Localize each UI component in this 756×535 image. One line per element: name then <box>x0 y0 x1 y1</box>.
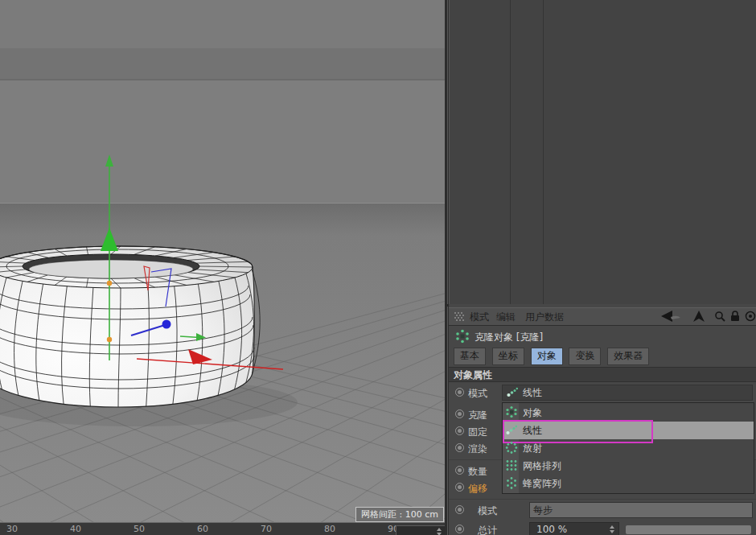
row-step-mode: 模式 每步 <box>449 502 756 519</box>
search-icon[interactable] <box>714 311 725 324</box>
radial-icon <box>505 441 518 456</box>
timeline-tick: 50 <box>134 525 145 534</box>
row-label: 克隆 <box>468 409 487 422</box>
linear-icon <box>505 423 518 438</box>
animation-toggle[interactable] <box>455 505 464 514</box>
panel-column-divider <box>510 0 511 304</box>
lock-icon[interactable] <box>730 311 740 324</box>
dropdown-item-radial[interactable]: 放射 <box>503 439 754 457</box>
animation-toggle[interactable] <box>455 483 464 492</box>
tab-object[interactable]: 对象 <box>531 348 563 365</box>
grid-spacing-badge: 网格间距 : 100 cm <box>355 507 444 522</box>
tab-effectors[interactable]: 效果器 <box>607 348 649 365</box>
dropdown-item-honeycomb[interactable]: 蜂窝阵列 <box>503 475 754 492</box>
row-label: 渲染 <box>468 442 487 456</box>
mode-value: 线性 <box>523 386 542 400</box>
timeline-tick: 40 <box>70 525 81 534</box>
tab-coordinates[interactable]: 坐标 <box>492 348 524 365</box>
target-icon[interactable] <box>745 311 756 324</box>
row-label: 总计 <box>478 524 497 535</box>
row-label: 数量 <box>468 465 487 479</box>
animation-toggle[interactable] <box>455 466 464 475</box>
row-label: 固定 <box>468 426 487 439</box>
tab-transform[interactable]: 变换 <box>569 348 601 365</box>
viewport-scene[interactable] <box>0 0 445 522</box>
z-axis-knob[interactable] <box>162 320 171 329</box>
object-title: 克隆对象 [克隆] <box>475 331 543 344</box>
menu-edit[interactable]: 编辑 <box>496 311 516 324</box>
object-manager-panel[interactable] <box>449 0 756 304</box>
total-value: 100 % <box>536 524 567 535</box>
dropdown-item-linear[interactable]: 线性 <box>503 422 754 439</box>
attribute-menubar: 模式 编辑 用户数据 <box>449 307 756 326</box>
cloner-icon <box>455 329 470 346</box>
grid-array-icon <box>505 459 518 474</box>
animation-toggle[interactable] <box>455 426 464 435</box>
animation-toggle[interactable] <box>455 388 464 397</box>
spinner-icon[interactable] <box>436 528 443 535</box>
timeline-end-input[interactable] <box>396 525 446 535</box>
timeline-tick: 70 <box>261 525 272 534</box>
honeycomb-icon <box>505 476 518 492</box>
section-object-properties[interactable]: 对象属性 <box>449 367 756 382</box>
row-label: 模式 <box>478 504 497 518</box>
spinner-icon[interactable] <box>609 525 616 533</box>
total-slider[interactable] <box>626 525 751 534</box>
cinema4d-app: 网格间距 : 100 cm 30 40 50 60 70 80 90 <box>0 0 756 535</box>
step-mode-select[interactable]: 每步 <box>529 502 753 518</box>
menu-mode[interactable]: 模式 <box>470 311 489 324</box>
row-total: 总计 100 % <box>449 521 756 535</box>
grip-icon[interactable] <box>454 311 465 324</box>
row-label: 偏移 <box>468 482 487 496</box>
step-mode-value: 每步 <box>533 504 553 517</box>
animation-toggle[interactable] <box>455 525 464 533</box>
timeline-tick: 80 <box>324 525 335 534</box>
back-arrow-icon[interactable] <box>659 311 680 324</box>
dropdown-item-object[interactable]: 对象 <box>503 404 754 422</box>
tab-bar: 基本 坐标 对象 变换 效果器 <box>454 348 652 364</box>
animation-toggle[interactable] <box>455 409 464 418</box>
attribute-manager: 模式 编辑 用户数据 <box>449 304 756 535</box>
panel-column-divider <box>543 0 544 304</box>
total-input[interactable]: 100 % <box>529 522 619 535</box>
timeline-ruler[interactable]: 30 40 50 60 70 80 90 <box>0 522 445 535</box>
object-title-row: 克隆对象 [克隆] <box>449 327 756 346</box>
mode-select[interactable]: 线性 <box>502 385 753 401</box>
menu-user-data[interactable]: 用户数据 <box>525 311 564 324</box>
linear-icon <box>506 385 519 401</box>
tab-basic[interactable]: 基本 <box>454 348 486 365</box>
axis-handle-dot[interactable] <box>107 337 112 342</box>
timeline-tick: 30 <box>6 525 18 534</box>
animation-toggle[interactable] <box>455 443 464 452</box>
dropdown-item-grid-array[interactable]: 网格排列 <box>503 457 754 475</box>
viewport-3d[interactable]: 网格间距 : 100 cm <box>0 0 445 522</box>
timeline-tick: 60 <box>197 525 208 534</box>
mode-dropdown-menu: 对象 线性 <box>502 402 754 494</box>
cloner-icon <box>505 405 518 421</box>
up-arrow-icon[interactable] <box>693 311 705 324</box>
row-label: 模式 <box>468 387 487 401</box>
axis-handle-dot[interactable] <box>107 281 112 286</box>
row-mode: 模式 线性 <box>449 385 756 401</box>
